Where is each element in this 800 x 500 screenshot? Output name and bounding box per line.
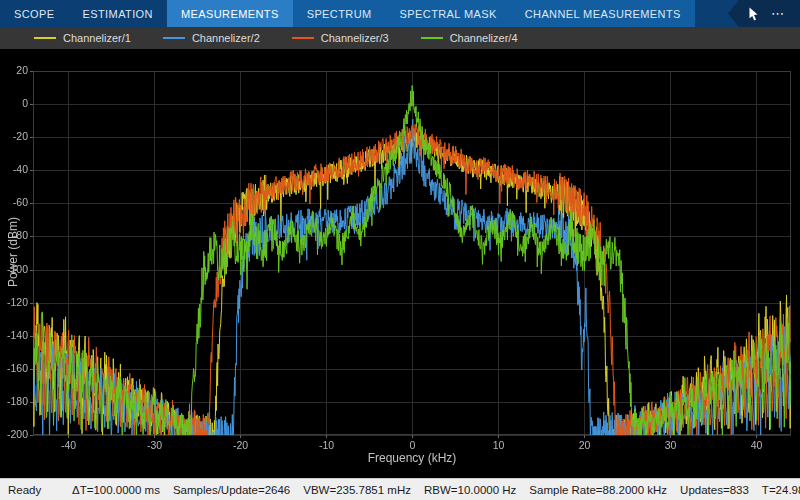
status-fields: ΔT=100.0000 msSamples/Update=2646VBW=235… [72, 484, 800, 496]
status-field: RBW=10.0000 Hz [424, 484, 516, 496]
channel-legend: Channelizer/1Channelizer/2Channelizer/3C… [0, 27, 800, 49]
legend-line-swatch [163, 37, 185, 39]
tab-spectral-mask[interactable]: SPECTRAL MASK [386, 0, 511, 27]
status-field: ΔT=100.0000 ms [72, 484, 160, 496]
spectrum-plot-panel: Power (dBm) Frequency (kHz) [0, 49, 800, 478]
legend-line-swatch [292, 37, 314, 39]
legend-label: Channelizer/3 [321, 32, 389, 44]
toolstrip-right-controls: ⋯ [728, 0, 800, 27]
legend-item-channelizer-1[interactable]: Channelizer/1 [34, 32, 131, 44]
status-field: Sample Rate=88.2000 kHz [529, 484, 667, 496]
status-field: T=24.984 [762, 484, 800, 496]
legend-label: Channelizer/1 [63, 32, 131, 44]
tab-estimation[interactable]: ESTIMATION [69, 0, 167, 27]
legend-label: Channelizer/2 [192, 32, 260, 44]
tab-measurements[interactable]: MEASUREMENTS [167, 0, 293, 27]
tab-channel-measurements[interactable]: CHANNEL MEASUREMENTS [511, 0, 695, 27]
legend-line-swatch [421, 37, 443, 39]
legend-label: Channelizer/4 [450, 32, 518, 44]
tab-spectrum[interactable]: SPECTRUM [293, 0, 386, 27]
status-field: Samples/Update=2646 [173, 484, 290, 496]
toolstrip-tabbar: SCOPEESTIMATIONMEASUREMENTSSPECTRUMSPECT… [0, 0, 800, 27]
pointer-icon[interactable] [748, 7, 759, 21]
tab-scope[interactable]: SCOPE [0, 0, 69, 27]
status-bar: Ready ΔT=100.0000 msSamples/Update=2646V… [0, 478, 800, 500]
status-field: VBW=235.7851 mHz [303, 484, 411, 496]
status-ready: Ready [8, 484, 72, 496]
spectrum-analyzer-window: SCOPEESTIMATIONMEASUREMENTSSPECTRUMSPECT… [0, 0, 800, 500]
legend-item-channelizer-2[interactable]: Channelizer/2 [163, 32, 260, 44]
more-options-button[interactable]: ⋯ [771, 0, 784, 27]
spectrum-plot-canvas[interactable] [0, 49, 800, 478]
legend-item-channelizer-3[interactable]: Channelizer/3 [292, 32, 389, 44]
status-field: Updates=833 [680, 484, 749, 496]
legend-item-channelizer-4[interactable]: Channelizer/4 [421, 32, 518, 44]
tab-list: SCOPEESTIMATIONMEASUREMENTSSPECTRUMSPECT… [0, 0, 695, 27]
legend-line-swatch [34, 37, 56, 39]
